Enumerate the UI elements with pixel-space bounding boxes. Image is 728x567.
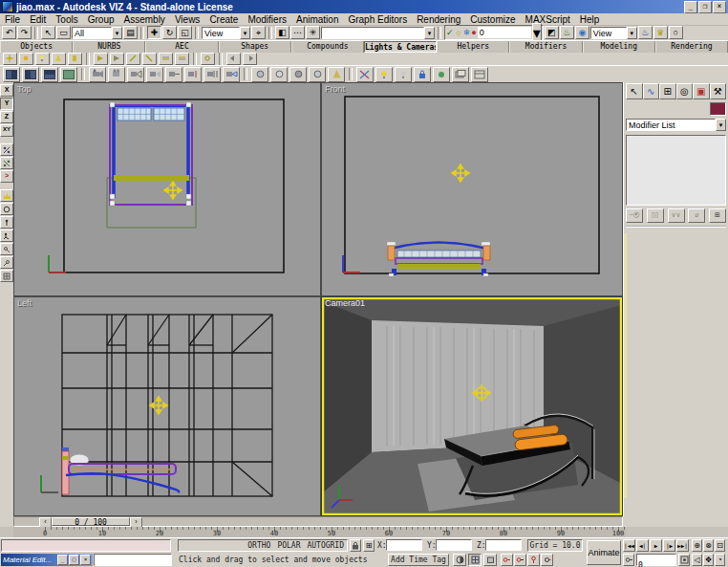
render-scene-icon[interactable]: ♨	[560, 26, 574, 39]
curve-editor-icon[interactable]: ✳	[306, 26, 320, 39]
arc-rotate-icon[interactable]: ◔	[715, 554, 725, 566]
render-crown-icon[interactable]: ♛	[653, 26, 668, 39]
key-mode-toggle-icon[interactable]	[623, 554, 634, 566]
align-icon[interactable]: ⋯	[290, 26, 305, 39]
object-name-field[interactable]	[626, 103, 708, 116]
time-slider-track[interactable]: ‹ 0 / 100 ›	[13, 516, 623, 527]
material-editor-icon[interactable]: ◩	[545, 26, 559, 39]
snap-spinner-icon[interactable]	[0, 157, 13, 169]
viewport-left[interactable]: Left	[13, 296, 321, 516]
person-run-icon[interactable]	[0, 229, 13, 242]
camera-clip-icon[interactable]	[184, 67, 202, 82]
layer-visibility-icon[interactable]: ☼	[455, 28, 462, 37]
viewport-top[interactable]: Top	[13, 82, 321, 296]
omni-sphere-icon[interactable]	[289, 67, 307, 82]
material-editor-mini-window[interactable]: Material Edit... _ □ ×	[1, 554, 93, 566]
menu-views[interactable]: Views	[170, 14, 205, 25]
rectangular-selection-icon[interactable]: ▭	[56, 26, 71, 39]
menu-help[interactable]: Help	[575, 14, 605, 25]
omni-sphere-icon[interactable]	[309, 67, 326, 82]
menu-maxscript[interactable]: MAXScript	[521, 14, 575, 25]
z-coordinate-field[interactable]	[485, 539, 522, 551]
selection-filter-dropdown[interactable]: All ▾	[72, 27, 122, 39]
current-frame-input[interactable]	[637, 560, 675, 567]
snap-percent-icon[interactable]	[0, 143, 13, 156]
omni-light-icon[interactable]	[35, 53, 50, 65]
person-key2-icon[interactable]	[0, 256, 13, 269]
select-object-icon[interactable]: ↖	[41, 26, 55, 39]
display-tab-icon[interactable]: ▣	[693, 83, 710, 99]
light-bulb-yellow-icon[interactable]	[375, 67, 393, 82]
zoom-extents-icon[interactable]: ⊡	[715, 539, 725, 552]
camera-fov-icon[interactable]	[223, 67, 240, 82]
target-camera-icon[interactable]	[89, 67, 106, 82]
next-frame-button[interactable]: |▶	[663, 539, 675, 552]
mirror-icon[interactable]: ◧	[275, 26, 289, 39]
light-lister-icon[interactable]	[201, 53, 215, 65]
target-spot-icon[interactable]	[94, 53, 108, 65]
viewport-layout-icon[interactable]	[60, 67, 77, 82]
direct-light-icon[interactable]	[68, 53, 82, 65]
current-frame-field[interactable]	[636, 554, 676, 566]
menu-file[interactable]: File	[0, 14, 25, 25]
set-key-filter-icon[interactable]	[514, 554, 526, 566]
previous-frame-button[interactable]: ◀|	[636, 539, 649, 552]
sunlight-icon[interactable]	[19, 53, 33, 65]
angle-snap-toggle-icon[interactable]	[483, 554, 497, 566]
maxscript-listener-input[interactable]	[95, 560, 171, 567]
mini-close-button[interactable]: ×	[80, 555, 91, 565]
utilities-tab-icon[interactable]: ⚒	[710, 83, 727, 99]
grid-helper-icon[interactable]	[0, 270, 13, 282]
selection-lock-icon[interactable]	[350, 539, 361, 552]
maximize-button[interactable]: ❐	[698, 1, 712, 13]
menu-rendering[interactable]: Rendering	[412, 14, 465, 25]
menu-assembly[interactable]: Assembly	[119, 14, 170, 25]
zoom-all-icon[interactable]: ⊗	[703, 539, 714, 552]
title-bar[interactable]: jiao.max - Autodesk VIZ 4 - Stand-alone …	[0, 0, 728, 13]
include-light-icon[interactable]	[142, 53, 157, 65]
render-type-dropdown[interactable]: View ▾	[590, 27, 637, 39]
remove-modifier-icon[interactable]: ⌀	[688, 208, 705, 223]
animate-button[interactable]: Animate	[587, 540, 621, 565]
lock-toggle-icon[interactable]	[414, 67, 431, 82]
snap-toggle-icon[interactable]	[468, 554, 482, 566]
y-coordinate-field[interactable]	[436, 539, 472, 551]
menu-modifiers[interactable]: Modifiers	[243, 14, 291, 25]
track-bar-ruler[interactable]: 0 10 20 30 40 50 60 70 80 90 100	[13, 527, 626, 537]
layer-check-icon[interactable]: ✓	[446, 28, 454, 37]
hierarchy-tab-icon[interactable]: ⊞	[659, 83, 676, 99]
stack-icon[interactable]	[471, 67, 488, 82]
align-camera-icon[interactable]	[243, 53, 257, 65]
camera-horizon-icon[interactable]	[165, 67, 182, 82]
chevron-down-icon[interactable]: ▾	[716, 119, 726, 131]
circle-tool-icon[interactable]	[0, 203, 13, 215]
polar-toggle[interactable]: POLAR	[277, 541, 300, 550]
undo-icon[interactable]: ↶	[2, 26, 16, 39]
select-and-move-icon[interactable]: ✚	[147, 26, 161, 39]
stack-icon[interactable]	[452, 67, 469, 82]
light-bulb-gray-icon[interactable]	[395, 67, 412, 82]
go-to-end-button[interactable]: ▶▶|	[676, 539, 689, 552]
redo-icon[interactable]: ↷	[17, 26, 32, 39]
hand-tool-icon[interactable]	[433, 67, 450, 82]
spot-cone-icon[interactable]	[328, 67, 345, 82]
create-tab-icon[interactable]: ↖	[626, 83, 643, 99]
pin-stack-icon[interactable]: −⦿	[626, 208, 643, 223]
chevron-down-icon[interactable]: ▾	[424, 27, 435, 39]
light-falloff-icon[interactable]	[175, 53, 189, 65]
set-key-filter-icon[interactable]	[541, 554, 553, 566]
field-of-view-icon[interactable]: ◁	[692, 554, 702, 566]
restrict-x-button[interactable]: X	[0, 84, 13, 97]
absolute-offset-mode-icon[interactable]: ⊞	[363, 539, 375, 552]
configure-modifier-sets-icon[interactable]: ⊞	[709, 208, 726, 223]
set-key-filter-icon[interactable]	[501, 554, 513, 566]
maximize-viewport-icon[interactable]: >	[0, 170, 13, 183]
restrict-y-button[interactable]: Y	[0, 98, 13, 110]
select-by-name-icon[interactable]: ▤	[123, 26, 138, 39]
menu-group[interactable]: Group	[83, 14, 119, 25]
person-walkthrough-icon[interactable]	[0, 216, 13, 229]
pan-icon[interactable]: ✥	[703, 554, 714, 566]
ortho-toggle[interactable]: ORTHO	[247, 541, 270, 550]
mini-minimize-button[interactable]: _	[57, 555, 68, 565]
viewport-layout-icon[interactable]	[3, 67, 20, 82]
